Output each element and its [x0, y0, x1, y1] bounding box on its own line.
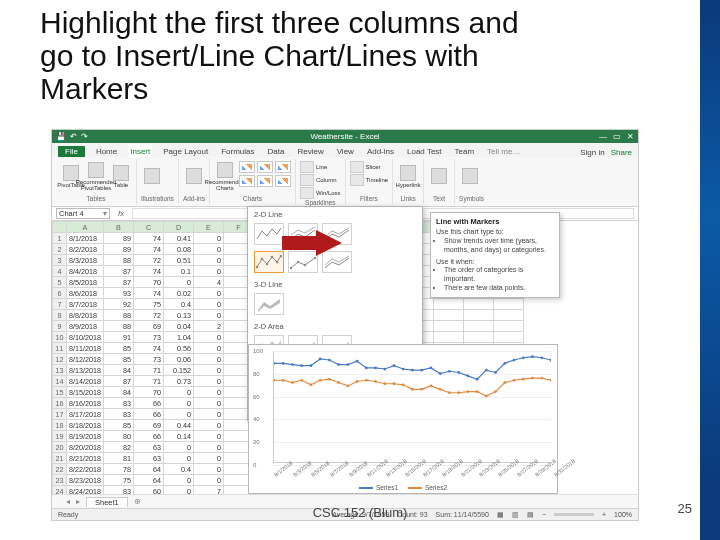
group-links: Hyperlink Links	[393, 159, 424, 204]
timeline-label: Timeline	[366, 177, 388, 183]
group-label-illustrations: Illustrations	[141, 195, 174, 202]
svg-point-46	[319, 379, 322, 382]
group-charts: Recommended Charts Charts	[210, 159, 296, 204]
group-label-charts: Charts	[214, 195, 291, 202]
slicer-label: Slicer	[366, 164, 381, 170]
svg-point-48	[337, 381, 340, 384]
line-chart-option-line[interactable]	[254, 223, 284, 245]
tab-tellme[interactable]: Tell me…	[485, 146, 522, 157]
window-max-icon[interactable]: ▭	[613, 132, 621, 141]
chart-bar-icon[interactable]	[239, 175, 255, 187]
window-min-icon[interactable]: —	[599, 132, 607, 141]
slicer-icon[interactable]	[350, 161, 364, 173]
chart-type-grid	[239, 161, 291, 187]
chart-line-icon[interactable]	[257, 161, 273, 173]
svg-point-63	[476, 390, 479, 393]
svg-point-66	[503, 381, 506, 384]
spark-col-label: Column	[316, 177, 337, 183]
share-button[interactable]: Share	[611, 148, 632, 157]
svg-point-11	[282, 362, 285, 365]
recommended-charts-button[interactable]: Recommended Charts	[214, 161, 236, 191]
svg-point-41	[274, 379, 275, 382]
tab-loadtest[interactable]: Load Test	[405, 146, 444, 157]
tab-addins[interactable]: Add-ins	[365, 146, 396, 157]
illustrations-button[interactable]	[141, 161, 163, 191]
svg-point-20	[365, 367, 368, 370]
svg-point-57	[420, 388, 423, 391]
svg-point-69	[531, 377, 534, 380]
tab-file[interactable]: File	[58, 146, 85, 157]
tab-home[interactable]: Home	[94, 146, 119, 157]
hyperlink-button[interactable]: Hyperlink	[397, 161, 419, 191]
fx-icon[interactable]: fx	[118, 209, 124, 218]
tab-review[interactable]: Review	[295, 146, 325, 157]
svg-point-27	[430, 367, 433, 370]
timeline-icon[interactable]	[350, 174, 364, 186]
sparkline-column-icon[interactable]	[300, 174, 314, 186]
svg-point-31	[466, 374, 469, 377]
svg-point-7	[297, 261, 299, 263]
tab-data[interactable]: Data	[266, 146, 287, 157]
table-button[interactable]: Table	[110, 161, 132, 191]
svg-point-28	[439, 372, 442, 375]
svg-point-12	[291, 363, 294, 366]
tab-insert[interactable]: Insert	[128, 144, 152, 157]
svg-point-65	[494, 390, 497, 393]
tab-pagelayout[interactable]: Page Layout	[161, 146, 210, 157]
chart-pie-icon[interactable]	[275, 161, 291, 173]
svg-point-15	[319, 358, 322, 361]
svg-point-8	[304, 264, 306, 266]
line-chart-option-3d[interactable]	[254, 293, 284, 315]
svg-point-68	[522, 378, 525, 381]
slide-number: 25	[678, 501, 692, 516]
qat-save-icon[interactable]: 💾	[56, 132, 66, 141]
svg-point-52	[374, 380, 377, 383]
text-button[interactable]	[428, 161, 450, 191]
svg-point-58	[430, 385, 433, 388]
chart-scatter-icon[interactable]	[275, 175, 291, 187]
symbols-button[interactable]	[459, 161, 481, 191]
svg-point-16	[328, 359, 331, 362]
svg-point-26	[420, 369, 423, 372]
chart-tooltip: Line with Markers Use this chart type to…	[430, 212, 560, 298]
qat-redo-icon[interactable]: ↷	[81, 132, 88, 141]
svg-point-70	[540, 377, 543, 380]
group-label-filters: Filters	[350, 195, 388, 202]
tab-team[interactable]: Team	[453, 146, 477, 157]
svg-point-59	[439, 388, 442, 391]
svg-point-2	[266, 263, 269, 266]
svg-point-14	[310, 364, 313, 367]
svg-point-36	[513, 359, 516, 362]
svg-point-71	[550, 379, 551, 382]
svg-point-34	[494, 371, 497, 374]
excel-titlebar: 💾 ↶ ↷ Weathersite - Excel — ▭ ✕	[52, 130, 638, 143]
signin-link[interactable]: Sign in	[580, 148, 604, 157]
sparkline-line-icon[interactable]	[300, 161, 314, 173]
tab-view[interactable]: View	[335, 146, 356, 157]
chart-area-icon[interactable]	[257, 175, 273, 187]
group-label-links: Links	[397, 195, 419, 202]
recommended-pivot-button[interactable]: Recommended PivotTables	[85, 161, 107, 191]
svg-point-32	[476, 378, 479, 381]
dropdown-section-2d-area: 2-D Area	[248, 319, 422, 333]
addins-button[interactable]	[183, 161, 205, 191]
window-close-icon[interactable]: ✕	[627, 132, 634, 141]
svg-point-29	[448, 370, 451, 373]
embedded-chart[interactable]: 020406080100 8/1/20188/3/20188/5/20188/7…	[248, 344, 558, 494]
slide-right-border	[700, 0, 720, 540]
line-chart-option-line-markers[interactable]	[254, 251, 284, 273]
dropdown-section-3d-line: 3-D Line	[248, 277, 422, 291]
chart-column-icon[interactable]	[239, 161, 255, 173]
svg-point-64	[485, 395, 488, 398]
qat-undo-icon[interactable]: ↶	[70, 132, 77, 141]
sparkline-winloss-icon[interactable]	[300, 187, 314, 199]
svg-point-56	[411, 388, 414, 391]
svg-point-44	[300, 379, 303, 382]
svg-point-47	[328, 378, 331, 381]
tab-formulas[interactable]: Formulas	[219, 146, 256, 157]
tooltip-bullet-3: There are few data points.	[444, 284, 554, 293]
group-label-text: Text	[428, 195, 450, 202]
svg-point-62	[466, 390, 469, 393]
name-box[interactable]: Chart 4▾	[56, 208, 110, 219]
svg-point-33	[485, 369, 488, 372]
